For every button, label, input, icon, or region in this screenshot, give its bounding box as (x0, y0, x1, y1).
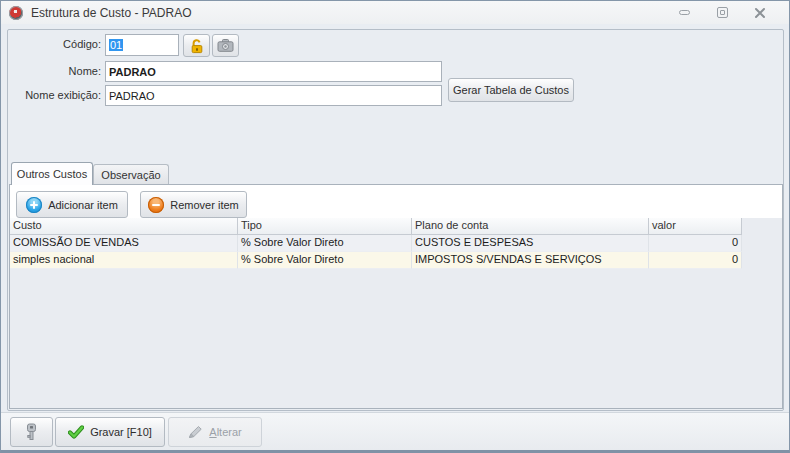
tab-observacao-label: Observação (101, 169, 160, 181)
tab-observacao[interactable]: Observação (93, 164, 169, 185)
gerar-tabela-custos-label: Gerar Tabela de Custos (453, 84, 569, 96)
green-check-icon (68, 425, 84, 439)
nome-label: Nome: (5, 65, 101, 77)
camera-button[interactable] (212, 34, 239, 57)
costs-grid: Custo Tipo Plano de conta valor COMISSÃO… (10, 218, 782, 408)
nome-exibicao-input[interactable] (105, 85, 442, 106)
minus-circle-icon (148, 197, 164, 213)
plus-circle-icon (26, 197, 42, 213)
gerar-tabela-custos-button[interactable]: Gerar Tabela de Custos (448, 78, 574, 102)
remover-item-button[interactable]: Remover item (140, 191, 247, 218)
titlebar: Estrutura de Custo - PADRAO (1, 1, 789, 24)
nome-exibicao-label: Nome exibição: (5, 89, 101, 101)
unlock-button[interactable] (183, 34, 210, 57)
app-logo-icon (9, 6, 23, 20)
app-window: Estrutura de Custo - PADRAO Código: 01 (0, 0, 790, 453)
cell-valor: 0 (649, 235, 742, 252)
alterar-button[interactable]: Alterar (168, 417, 262, 447)
pencil-icon (188, 425, 203, 439)
cell-tipo: % Sobre Valor Direto (238, 252, 412, 269)
cell-plano-de-conta: CUSTOS E DESPESAS (412, 235, 649, 252)
minimize-button[interactable] (673, 5, 695, 21)
table-row[interactable]: COMISSÃO DE VENDAS % Sobre Valor Direto … (10, 235, 742, 252)
cell-tipo: % Sobre Valor Direto (238, 235, 412, 252)
key-button[interactable] (10, 417, 53, 447)
minimize-icon (679, 10, 690, 15)
adicionar-item-button[interactable]: Adicionar item (16, 191, 128, 218)
open-padlock-icon (189, 38, 205, 54)
column-header-custo[interactable]: Custo (10, 218, 238, 235)
maximize-icon (717, 7, 728, 18)
maximize-button[interactable] (711, 5, 733, 21)
cell-custo: COMISSÃO DE VENDAS (10, 235, 238, 252)
cell-custo: simples nacional (10, 252, 238, 269)
costs-table: Custo Tipo Plano de conta valor COMISSÃO… (10, 218, 742, 269)
window-title: Estrutura de Custo - PADRAO (31, 6, 192, 20)
codigo-input[interactable]: 01 (105, 34, 179, 56)
gravar-label: Gravar [F10] (90, 426, 152, 438)
camera-icon (217, 38, 234, 53)
adicionar-item-label: Adicionar item (48, 199, 118, 211)
alterar-label: Alterar (209, 426, 241, 438)
cell-plano-de-conta: IMPOSTOS S/VENDAS E SERVIÇOS (412, 252, 649, 269)
cell-valor: 0 (649, 252, 742, 269)
close-button[interactable] (749, 5, 771, 21)
tab-outros-custos-label: Outros Custos (17, 168, 87, 180)
column-header-valor[interactable]: valor (649, 218, 742, 235)
window-controls (673, 5, 789, 21)
gravar-button[interactable]: Gravar [F10] (55, 417, 165, 447)
key-icon (25, 423, 38, 441)
column-header-tipo[interactable]: Tipo (238, 218, 412, 235)
codigo-label: Código: (5, 38, 101, 50)
close-icon (754, 7, 766, 19)
column-header-plano-de-conta[interactable]: Plano de conta (412, 218, 649, 235)
table-row[interactable]: simples nacional % Sobre Valor Direto IM… (10, 252, 742, 269)
remover-item-label: Remover item (170, 199, 238, 211)
outros-custos-panel: Adicionar item Remover item Custo Tipo P… (9, 184, 783, 409)
tab-outros-custos[interactable]: Outros Custos (11, 162, 93, 185)
table-header-row: Custo Tipo Plano de conta valor (10, 218, 742, 235)
footer-toolbar: Gravar [F10] Alterar (1, 412, 789, 450)
nome-input[interactable] (105, 61, 442, 82)
codigo-selected-text: 01 (109, 39, 123, 51)
